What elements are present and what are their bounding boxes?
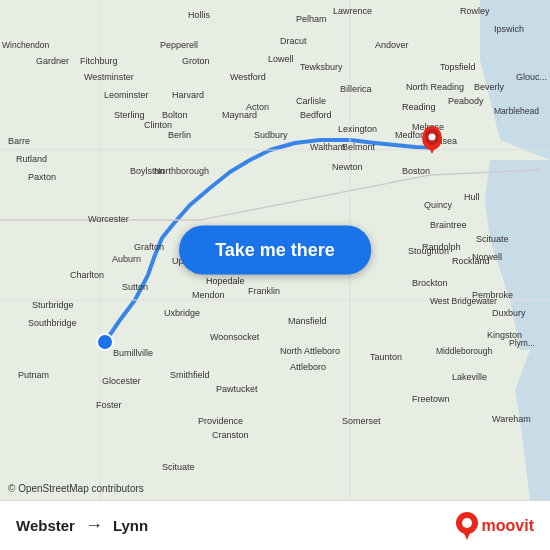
svg-text:Auburn: Auburn xyxy=(112,254,141,264)
svg-text:Rowley: Rowley xyxy=(460,6,490,16)
svg-text:Duxbury: Duxbury xyxy=(492,308,526,318)
svg-point-114 xyxy=(429,134,436,141)
svg-text:Quincy: Quincy xyxy=(424,200,453,210)
map-container: Lawrence Lowell Rowley Ipswich Hollis Pe… xyxy=(0,0,550,500)
svg-text:Pembroke: Pembroke xyxy=(472,290,513,300)
svg-text:Pelham: Pelham xyxy=(296,14,327,24)
svg-text:Peabody: Peabody xyxy=(448,96,484,106)
svg-text:Groton: Groton xyxy=(182,56,210,66)
svg-text:Smithfield: Smithfield xyxy=(170,370,210,380)
moovit-text: moovit xyxy=(482,517,534,535)
svg-text:Sutton: Sutton xyxy=(122,282,148,292)
svg-text:Gardner: Gardner xyxy=(36,56,69,66)
svg-text:Ipswich: Ipswich xyxy=(494,24,524,34)
svg-text:Dracut: Dracut xyxy=(280,36,307,46)
svg-text:Winchendon: Winchendon xyxy=(2,40,50,50)
svg-text:Grafton: Grafton xyxy=(134,242,164,252)
svg-text:Leominster: Leominster xyxy=(104,90,149,100)
svg-text:Clinton: Clinton xyxy=(144,120,172,130)
svg-text:Lowell: Lowell xyxy=(268,54,294,64)
svg-text:Pepperell: Pepperell xyxy=(160,40,198,50)
svg-text:Sturbridge: Sturbridge xyxy=(32,300,74,310)
svg-text:Bumillville: Bumillville xyxy=(113,348,153,358)
svg-text:Charlton: Charlton xyxy=(70,270,104,280)
svg-text:Pawtucket: Pawtucket xyxy=(216,384,258,394)
svg-text:Mansfield: Mansfield xyxy=(288,316,327,326)
svg-text:Barre: Barre xyxy=(8,136,30,146)
svg-text:Scituate: Scituate xyxy=(476,234,509,244)
svg-text:Uxbridge: Uxbridge xyxy=(164,308,200,318)
svg-text:North Reading: North Reading xyxy=(406,82,464,92)
svg-text:Hull: Hull xyxy=(464,192,480,202)
svg-text:Berlin: Berlin xyxy=(168,130,191,140)
svg-text:Westminster: Westminster xyxy=(84,72,134,82)
svg-text:Harvard: Harvard xyxy=(172,90,204,100)
svg-text:Lexington: Lexington xyxy=(338,124,377,134)
svg-text:Providence: Providence xyxy=(198,416,243,426)
svg-text:Attleboro: Attleboro xyxy=(290,362,326,372)
svg-text:Reading: Reading xyxy=(402,102,436,112)
svg-text:Rockland: Rockland xyxy=(452,256,490,266)
svg-text:Lawrence: Lawrence xyxy=(333,6,372,16)
destination-label: Lynn xyxy=(113,517,148,534)
take-me-there-button[interactable]: Take me there xyxy=(179,226,371,275)
svg-text:Southbridge: Southbridge xyxy=(28,318,77,328)
svg-text:Cranston: Cranston xyxy=(212,430,249,440)
svg-text:Lakeville: Lakeville xyxy=(452,372,487,382)
svg-text:Northborough: Northborough xyxy=(154,166,209,176)
svg-text:Waltham: Waltham xyxy=(310,142,345,152)
svg-text:Scituate: Scituate xyxy=(162,462,195,472)
svg-text:Sudbury: Sudbury xyxy=(254,130,288,140)
svg-text:Carlisle: Carlisle xyxy=(296,96,326,106)
svg-text:Billerica: Billerica xyxy=(340,84,372,94)
svg-text:Belmont: Belmont xyxy=(342,142,376,152)
bottom-bar: Webster → Lynn moovit xyxy=(0,500,550,550)
svg-text:Andover: Andover xyxy=(375,40,409,50)
svg-text:Somerset: Somerset xyxy=(342,416,381,426)
svg-point-117 xyxy=(462,518,472,528)
svg-text:Newton: Newton xyxy=(332,162,363,172)
svg-text:Brockton: Brockton xyxy=(412,278,448,288)
moovit-logo: moovit xyxy=(456,512,534,540)
svg-text:Foster: Foster xyxy=(96,400,122,410)
svg-text:Braintree: Braintree xyxy=(430,220,467,230)
svg-marker-118 xyxy=(463,531,471,540)
svg-text:Beverly: Beverly xyxy=(474,82,505,92)
svg-text:Putnam: Putnam xyxy=(18,370,49,380)
svg-text:Worcester: Worcester xyxy=(88,214,129,224)
svg-text:Middleborough: Middleborough xyxy=(436,346,493,356)
route-info: Webster → Lynn xyxy=(16,515,148,536)
svg-text:Acton: Acton xyxy=(246,102,269,112)
svg-text:Paxton: Paxton xyxy=(28,172,56,182)
svg-text:Rutland: Rutland xyxy=(16,154,47,164)
svg-text:Westford: Westford xyxy=(230,72,266,82)
origin-label: Webster xyxy=(16,517,75,534)
svg-text:Boston: Boston xyxy=(402,166,430,176)
svg-text:Hopedale: Hopedale xyxy=(206,276,245,286)
map-attribution: © OpenStreetMap contributors xyxy=(8,483,144,494)
svg-text:Fitchburg: Fitchburg xyxy=(80,56,118,66)
svg-point-111 xyxy=(97,334,113,350)
svg-text:Taunton: Taunton xyxy=(370,352,402,362)
svg-text:Topsfield: Topsfield xyxy=(440,62,476,72)
svg-text:Glouc...: Glouc... xyxy=(516,72,547,82)
svg-text:Glocester: Glocester xyxy=(102,376,141,386)
svg-text:Freetown: Freetown xyxy=(412,394,450,404)
svg-text:Randolph: Randolph xyxy=(422,242,461,252)
svg-text:North Attleboro: North Attleboro xyxy=(280,346,340,356)
svg-text:Woonsocket: Woonsocket xyxy=(210,332,260,342)
svg-text:Wareham: Wareham xyxy=(492,414,531,424)
svg-text:Marblehead: Marblehead xyxy=(494,106,539,116)
arrow-right-icon: → xyxy=(85,515,103,536)
svg-text:Bedford: Bedford xyxy=(300,110,332,120)
svg-text:Hollis: Hollis xyxy=(188,10,211,20)
svg-text:Mendon: Mendon xyxy=(192,290,225,300)
svg-text:Tewksbury: Tewksbury xyxy=(300,62,343,72)
svg-text:Franklin: Franklin xyxy=(248,286,280,296)
svg-text:Bolton: Bolton xyxy=(162,110,188,120)
svg-text:Sterling: Sterling xyxy=(114,110,145,120)
svg-text:Plym...: Plym... xyxy=(509,338,535,348)
moovit-pin-icon xyxy=(456,512,478,540)
